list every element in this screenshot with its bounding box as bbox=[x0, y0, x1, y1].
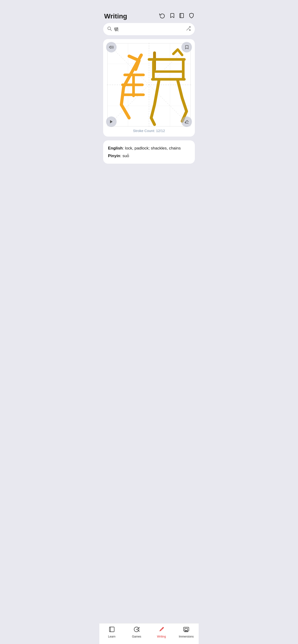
page-title: Writing bbox=[104, 12, 127, 20]
status-bar bbox=[99, 0, 199, 10]
stroke-count: Stroke Count: 12/12 bbox=[107, 129, 191, 133]
shuffle-icon[interactable] bbox=[186, 26, 191, 32]
pinyin-definition: Pinyin: suǒ bbox=[108, 153, 190, 159]
search-bar bbox=[103, 23, 195, 35]
search-icon bbox=[107, 26, 112, 32]
notebook-icon[interactable] bbox=[179, 13, 184, 20]
shield-icon[interactable] bbox=[189, 13, 194, 20]
svg-point-2 bbox=[108, 27, 111, 30]
character-svg bbox=[107, 43, 191, 127]
svg-marker-15 bbox=[109, 46, 111, 49]
english-value: : lock, padlock; shackles, chains bbox=[123, 146, 181, 150]
svg-marker-16 bbox=[110, 120, 113, 124]
play-button[interactable] bbox=[106, 116, 117, 127]
english-label: English bbox=[108, 146, 123, 150]
header-icon-group bbox=[159, 13, 194, 20]
sound-button[interactable] bbox=[106, 42, 117, 52]
bookmark-icon[interactable] bbox=[169, 13, 175, 20]
search-input[interactable] bbox=[114, 26, 183, 32]
pinyin-value: : suǒ bbox=[120, 154, 129, 158]
character-card: Stroke Count: 12/12 bbox=[103, 39, 195, 136]
history-icon[interactable] bbox=[159, 13, 165, 20]
character-bookmark-button[interactable] bbox=[181, 42, 192, 52]
header: Writing bbox=[99, 10, 199, 23]
search-container bbox=[99, 23, 199, 39]
svg-rect-0 bbox=[180, 14, 184, 18]
pinyin-label: Pinyin bbox=[108, 154, 120, 158]
definition-card: English: lock, padlock; shackles, chains… bbox=[103, 140, 195, 164]
character-canvas bbox=[107, 43, 191, 127]
english-definition: English: lock, padlock; shackles, chains bbox=[108, 145, 190, 152]
svg-line-3 bbox=[110, 30, 112, 31]
content-spacer bbox=[99, 168, 199, 240]
eraser-button[interactable] bbox=[181, 116, 192, 127]
